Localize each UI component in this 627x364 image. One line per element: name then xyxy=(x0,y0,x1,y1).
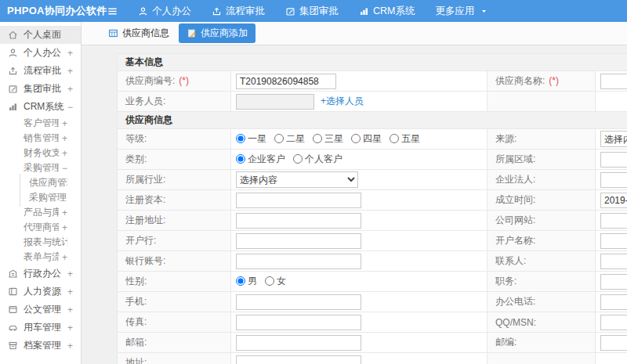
gender-radio-1[interactable]: 女 xyxy=(265,275,286,288)
expand-toggle[interactable]: + xyxy=(62,207,67,218)
topnav-item-4[interactable]: 更多应用 xyxy=(425,0,498,22)
gender-radio-input-0[interactable] xyxy=(236,276,245,286)
bank-branch-input[interactable] xyxy=(236,233,361,249)
field-label-cell: 类别: xyxy=(118,150,231,170)
expand-toggle[interactable]: − xyxy=(62,163,67,174)
field-label-cell: 等级: xyxy=(118,129,231,150)
section-header-row: 基本信息 xyxy=(118,54,627,71)
expand-toggle[interactable]: + xyxy=(67,48,73,59)
postcode-input[interactable] xyxy=(600,335,627,351)
sidebar-item-18[interactable]: 用车管理+ xyxy=(0,319,81,337)
company-website-input[interactable] xyxy=(600,213,627,229)
sidebar-item-label: 流程审批 xyxy=(24,64,64,77)
sidebar-item-0[interactable]: 个人桌面 xyxy=(0,26,81,44)
expand-toggle[interactable]: + xyxy=(67,305,73,315)
form-row: 类别:企业客户个人客户所属区域: xyxy=(118,150,627,170)
sidebar-item-5[interactable]: 客户管理+ xyxy=(0,116,81,131)
sidebar-item-4[interactable]: CRM系统− xyxy=(0,98,81,116)
grade-radio-input-1[interactable] xyxy=(274,134,284,143)
sidebar-item-7[interactable]: 财务收支+ xyxy=(0,146,81,160)
sidebar-item-6[interactable]: 销售管理+ xyxy=(0,131,81,146)
expand-toggle[interactable]: + xyxy=(67,287,73,297)
menu-icon[interactable] xyxy=(107,5,118,17)
sidebar-item-15[interactable]: 行政办公+ xyxy=(0,265,81,283)
business-person-picker-link[interactable]: +选择人员 xyxy=(321,96,364,106)
address-input[interactable] xyxy=(236,355,361,364)
source-select[interactable]: 选择内容 xyxy=(600,131,627,147)
expand-toggle[interactable]: + xyxy=(67,66,73,77)
grade-radio-2[interactable]: 三星 xyxy=(313,132,343,146)
sidebar-item-13[interactable]: 报表与统计 xyxy=(0,235,81,250)
sidebar-item-16[interactable]: 人力资源+ xyxy=(0,283,81,301)
expand-toggle[interactable]: + xyxy=(67,323,73,333)
topnav-item-0[interactable]: 个人办公 xyxy=(128,0,201,22)
grade-radio-input-3[interactable] xyxy=(351,134,361,143)
expand-toggle[interactable]: + xyxy=(67,341,73,351)
sidebar-item-8[interactable]: 采购管理− xyxy=(0,160,81,175)
grade-radio-4[interactable]: 五星 xyxy=(390,132,420,146)
tab-label: 供应商添加 xyxy=(201,27,248,40)
app-logo: PHPOA协同办公软件 xyxy=(0,4,100,18)
bank-account-input[interactable] xyxy=(236,254,361,269)
topnav-label: 流程审批 xyxy=(226,5,265,18)
qq-msn-input[interactable] xyxy=(600,315,627,330)
grade-radio-1[interactable]: 二星 xyxy=(274,132,305,146)
job-title-input[interactable] xyxy=(600,274,627,290)
sidebar-item-9[interactable]: 供应商管理 xyxy=(0,175,81,190)
expand-toggle[interactable]: + xyxy=(62,222,67,233)
supplier-name-input[interactable] xyxy=(600,74,627,89)
business-person-input[interactable] xyxy=(236,94,314,110)
expand-toggle[interactable]: + xyxy=(67,268,73,279)
field-cell xyxy=(596,333,627,353)
account-name-input[interactable] xyxy=(600,233,627,249)
registered-capital-input[interactable] xyxy=(236,193,361,208)
contact-person-input[interactable] xyxy=(600,254,627,269)
region-input[interactable] xyxy=(600,152,627,168)
fax-input[interactable] xyxy=(236,315,361,330)
sidebar-item-11[interactable]: 产品与库存+ xyxy=(0,205,81,220)
sidebar-item-10[interactable]: 采购管理 xyxy=(0,190,81,205)
sidebar-item-12[interactable]: 代理商管理+ xyxy=(0,220,81,235)
tab-1[interactable]: 供应商添加 xyxy=(179,23,256,43)
grade-radio-0[interactable]: 一星 xyxy=(236,132,266,146)
grade-radio-input-4[interactable] xyxy=(390,134,399,143)
category-radio-1[interactable]: 个人客户 xyxy=(293,153,342,166)
gender-radio-0[interactable]: 男 xyxy=(236,275,257,288)
field-label: 银行账号: xyxy=(125,255,165,266)
field-label: 邮编: xyxy=(495,337,516,348)
registered-address-input[interactable] xyxy=(236,213,361,229)
radio-option-label: 一星 xyxy=(248,132,266,146)
sidebar-item-label: 用车管理 xyxy=(24,321,64,334)
sidebar-item-2[interactable]: 流程审批+ xyxy=(0,62,81,80)
gender-radio-input-1[interactable] xyxy=(265,276,274,286)
topnav-item-1[interactable]: 流程审批 xyxy=(201,0,275,22)
category-radio-input-1[interactable] xyxy=(293,154,303,164)
expand-toggle[interactable]: + xyxy=(67,84,73,95)
topnav-item-3[interactable]: CRM系统 xyxy=(349,0,425,22)
expand-toggle[interactable]: + xyxy=(62,148,67,159)
mobile-input[interactable] xyxy=(236,294,361,310)
sidebar-item-label: 人力资源 xyxy=(24,285,64,298)
expand-toggle[interactable]: + xyxy=(62,133,67,144)
category-radio-input-0[interactable] xyxy=(236,154,245,164)
sidebar-item-3[interactable]: 集团审批+ xyxy=(0,80,81,98)
grade-radio-input-2[interactable] xyxy=(313,134,322,143)
grade-radio-input-0[interactable] xyxy=(236,134,245,143)
expand-toggle[interactable]: + xyxy=(62,252,67,263)
legal-person-input[interactable] xyxy=(600,172,627,188)
established-date-input[interactable] xyxy=(600,193,627,208)
expand-toggle[interactable]: − xyxy=(67,102,73,113)
sidebar-item-14[interactable]: 表单与流程设置+ xyxy=(0,250,81,265)
sidebar-item-19[interactable]: 档案管理+ xyxy=(0,337,81,355)
topnav-item-2[interactable]: 集团审批 xyxy=(275,0,349,22)
tab-0[interactable]: 供应商信息 xyxy=(103,23,174,43)
industry-select[interactable]: 选择内容 xyxy=(236,171,358,188)
office-phone-input[interactable] xyxy=(600,294,627,310)
sidebar-item-1[interactable]: 个人办公+ xyxy=(0,44,81,62)
sidebar-item-17[interactable]: 公文管理+ xyxy=(0,301,81,319)
email-input[interactable] xyxy=(236,335,361,351)
category-radio-0[interactable]: 企业客户 xyxy=(236,153,285,166)
expand-toggle[interactable]: + xyxy=(62,118,67,129)
supplier-code-input[interactable] xyxy=(236,74,336,89)
grade-radio-3[interactable]: 四星 xyxy=(351,132,382,146)
